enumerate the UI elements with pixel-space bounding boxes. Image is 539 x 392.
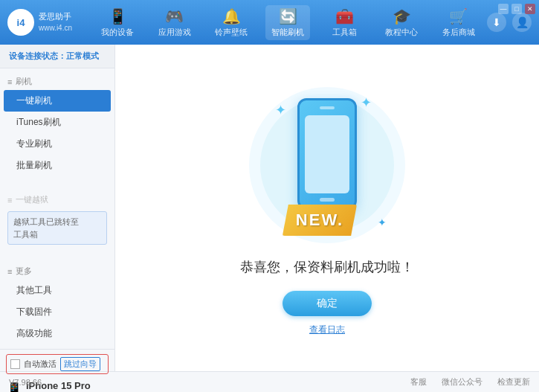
close-button[interactable]: ✕ xyxy=(525,4,535,14)
guide-skip-button[interactable]: 跳过向导 xyxy=(60,357,100,371)
phone-body xyxy=(297,98,357,210)
phone-screen xyxy=(305,115,349,193)
more-section-title: ≡ 更多 xyxy=(0,263,114,280)
sidebar-item-other-tools[interactable]: 其他工具 xyxy=(0,280,114,301)
app-game-icon: 🎮 xyxy=(165,7,184,25)
nav-item-tutorial[interactable]: 🎓 教程中心 xyxy=(379,7,424,38)
jailbreak-section-title: ≡ 一键越狱 xyxy=(0,191,114,208)
flash-section-title: ≡ 刷机 xyxy=(0,73,114,90)
header: i4 爱思助手 www.i4.cn 📱 我的设备 🎮 应用游戏 🔔 铃声壁纸 🔄… xyxy=(0,0,539,45)
sparkle-icon-2: ✦ xyxy=(361,94,372,111)
footer-item-feedback[interactable]: 客服 xyxy=(410,376,427,388)
download-button[interactable]: ⬇ xyxy=(487,13,506,32)
window-controls: — □ ✕ xyxy=(498,4,535,14)
main-layout: 设备连接状态：正常模式 ≡ 刷机 一键刷机 iTunes刷机 专业刷机 批量刷机… xyxy=(0,45,539,371)
content-area: ✦ ✦ ✦ ✦ NEW. ✦ 恭喜您，保资料刷机成功啦！ 确定 xyxy=(115,45,539,371)
view-log-link[interactable]: 查看日志 xyxy=(309,324,345,336)
nav-item-service[interactable]: 🛒 务后商城 xyxy=(436,7,481,38)
sidebar-item-batch-flash[interactable]: 批量刷机 xyxy=(0,155,114,176)
logo-area: i4 爱思助手 www.i4.cn xyxy=(7,9,89,36)
my-device-icon: 📱 xyxy=(109,7,127,25)
footer-item-check-update[interactable]: 检查更新 xyxy=(497,376,530,388)
phone-illustration xyxy=(294,98,361,217)
sparkle-icon-1: ✦ xyxy=(275,102,286,118)
footer-item-wechat[interactable]: 微信公众号 xyxy=(442,376,482,388)
smart-flash-icon: 🔄 xyxy=(279,7,297,25)
minimize-button[interactable]: — xyxy=(498,4,509,14)
user-button[interactable]: 👤 xyxy=(512,13,532,32)
ringtone-icon: 🔔 xyxy=(222,7,241,25)
success-message: 恭喜您，保资料刷机成功啦！ xyxy=(240,258,414,276)
status-bar: 设备连接状态：正常模式 xyxy=(0,45,114,68)
confirm-button[interactable]: 确定 xyxy=(283,291,372,316)
auto-activate-label: 自动激活 xyxy=(24,359,57,370)
nav-item-ringtone[interactable]: 🔔 铃声壁纸 xyxy=(209,7,254,38)
header-right: ⬇ 👤 xyxy=(487,13,532,32)
new-badge: ✦ NEW. ✦ xyxy=(283,205,357,236)
sidebar: 设备连接状态：正常模式 ≡ 刷机 一键刷机 iTunes刷机 专业刷机 批量刷机… xyxy=(0,45,115,371)
version-label: V7.98.66 xyxy=(9,378,42,387)
sparkle-icon-3: ✦ xyxy=(378,216,387,228)
sidebar-item-itunes-flash[interactable]: iTunes刷机 xyxy=(0,112,114,133)
flash-section: ≡ 刷机 一键刷机 iTunes刷机 专业刷机 批量刷机 xyxy=(0,68,114,181)
logo-text: 爱思助手 www.i4.cn xyxy=(39,11,72,33)
sidebar-item-pro-flash[interactable]: 专业刷机 xyxy=(0,133,114,155)
more-section: ≡ 更多 其他工具 下载固件 高级功能 xyxy=(0,258,114,349)
service-icon: 🛒 xyxy=(449,7,468,25)
new-ribbon-text: ✦ NEW. ✦ xyxy=(283,205,357,236)
sidebar-item-one-key-flash[interactable]: 一键刷机 xyxy=(4,90,111,112)
nav-item-toolbox[interactable]: 🧰 工具箱 xyxy=(323,7,367,38)
auto-activate-row: 自动激活 跳过向导 xyxy=(6,354,109,374)
tutorial-icon: 🎓 xyxy=(393,7,411,25)
nav-item-my-device[interactable]: 📱 我的设备 xyxy=(95,7,140,38)
sidebar-item-download-firm[interactable]: 下载固件 xyxy=(0,301,114,323)
toolbox-icon: 🧰 xyxy=(335,7,354,25)
jailbreak-notice: 越狱工具已跳转至工具箱 xyxy=(7,211,107,245)
maximize-button[interactable]: □ xyxy=(511,4,522,14)
sidebar-item-advanced[interactable]: 高级功能 xyxy=(0,323,114,344)
nav-item-smart-flash[interactable]: 🔄 智能刷机 xyxy=(265,5,310,40)
auto-activate-checkbox[interactable] xyxy=(10,359,20,369)
phone-home xyxy=(320,198,335,202)
logo-icon: i4 xyxy=(7,9,34,36)
success-illustration: ✦ ✦ ✦ ✦ NEW. ✦ xyxy=(245,80,409,251)
nav-bar: 📱 我的设备 🎮 应用游戏 🔔 铃声壁纸 🔄 智能刷机 🧰 工具箱 🎓 xyxy=(89,5,487,40)
nav-item-app-game[interactable]: 🎮 应用游戏 xyxy=(152,7,197,38)
jailbreak-section: ≡ 一键越狱 越狱工具已跳转至工具箱 xyxy=(0,187,114,252)
phone-speaker xyxy=(320,106,335,109)
